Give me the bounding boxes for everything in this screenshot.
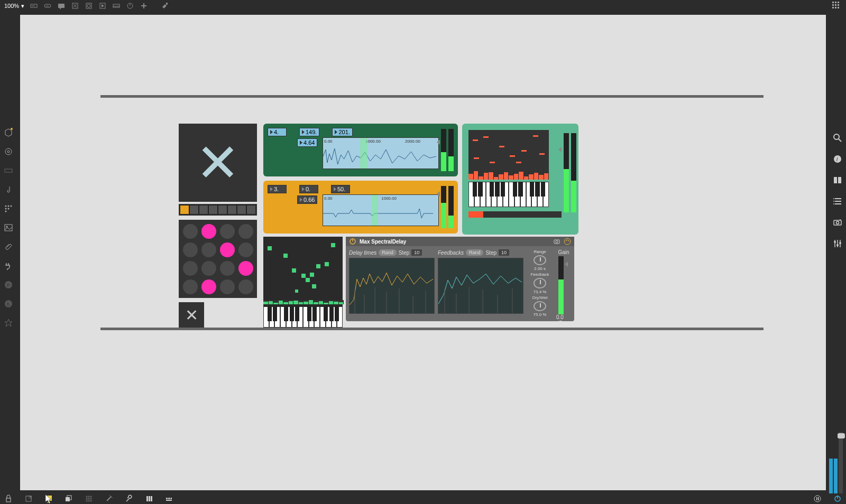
step-value[interactable]: 10 [411, 249, 422, 256]
palette-cell-6[interactable] [237, 205, 246, 214]
dot[interactable] [238, 242, 253, 257]
progress-bar[interactable] [468, 211, 562, 218]
dot[interactable] [201, 242, 216, 257]
wrench-icon[interactable] [125, 494, 133, 503]
columns-icon[interactable] [833, 175, 842, 185]
palette-cell-5[interactable] [227, 205, 237, 214]
dot[interactable] [220, 279, 235, 294]
note-icon[interactable] [4, 185, 13, 194]
numbox-4[interactable]: 0.66 [297, 195, 317, 204]
velocity-bar[interactable] [468, 171, 549, 180]
step-dot-grid[interactable] [179, 220, 257, 298]
list-icon[interactable] [833, 197, 842, 206]
range-knob[interactable] [534, 255, 546, 265]
star-icon[interactable] [4, 318, 13, 328]
piano-keyboard[interactable] [468, 182, 549, 207]
dot[interactable] [201, 224, 216, 239]
image-icon[interactable] [4, 223, 13, 232]
palette-cell-1[interactable] [189, 205, 199, 214]
palette-cell-2[interactable] [199, 205, 208, 214]
drywet-knob[interactable] [534, 301, 546, 311]
dot[interactable] [183, 261, 198, 276]
palette-cell-7[interactable] [246, 205, 256, 214]
search-icon[interactable] [833, 133, 842, 143]
plug-icon[interactable] [4, 261, 13, 270]
slider-arrow-icon[interactable] [437, 191, 440, 197]
snapshot-camera-icon[interactable] [833, 218, 842, 227]
number-play-icon[interactable] [98, 2, 107, 10]
zoom-dropdown[interactable]: 100% ▾ [4, 3, 24, 10]
dot[interactable] [238, 224, 253, 239]
toggle-x-module[interactable]: ✕ [179, 124, 257, 202]
package-icon[interactable] [4, 128, 13, 137]
power-icon[interactable] [349, 238, 356, 245]
float-icon[interactable] [112, 2, 121, 10]
p-circle-icon[interactable]: P [4, 280, 13, 290]
numbox-1[interactable]: 3. [268, 185, 287, 193]
numbox-1[interactable]: 4. [268, 128, 287, 136]
numbox-2[interactable]: 149. [299, 128, 319, 136]
snapshot-icon[interactable] [553, 238, 560, 245]
grid-menu-icon[interactable] [831, 1, 842, 11]
wand-icon[interactable] [105, 494, 113, 503]
numbox-2[interactable]: 0. [299, 185, 318, 193]
delay-spectrum-display[interactable] [349, 258, 435, 314]
step-velocity-bar[interactable] [263, 300, 344, 304]
new-window-icon[interactable] [24, 494, 33, 503]
dots-grid-icon[interactable] [4, 204, 13, 213]
rand-button[interactable]: Rand [466, 249, 484, 256]
sliders-icon[interactable] [833, 239, 842, 248]
presentation-icon[interactable] [44, 494, 53, 503]
rand-button[interactable]: Rand [379, 249, 397, 256]
numbox-3[interactable]: 50. [331, 185, 350, 193]
slider-arrow-icon[interactable] [558, 147, 562, 152]
dot[interactable] [201, 279, 216, 294]
keyboard-outline-icon[interactable] [4, 166, 13, 175]
small-toggle-x[interactable]: ✕ [179, 302, 204, 328]
info-icon[interactable]: i [833, 154, 842, 164]
output-volume-slider[interactable] [839, 432, 843, 501]
pause-icon[interactable] [813, 494, 822, 503]
paint-icon[interactable] [161, 2, 169, 10]
target-icon[interactable] [4, 147, 13, 156]
dot[interactable] [220, 242, 235, 257]
numbox-4[interactable]: 4.64 [297, 138, 317, 147]
waveform-selection[interactable] [360, 138, 367, 169]
dial-clock-icon[interactable] [126, 2, 134, 10]
lock-icon[interactable] [4, 494, 13, 503]
keyboard-icon[interactable] [165, 494, 173, 503]
patcher-canvas[interactable]: ✕ ✕ 4. 149. 201. [20, 15, 826, 490]
b-circle-icon[interactable]: b [4, 299, 13, 309]
feedback-spectrum-display[interactable] [438, 258, 523, 314]
dot[interactable] [220, 261, 235, 276]
dot[interactable] [238, 261, 253, 276]
toggle-x-icon[interactable] [71, 2, 79, 10]
slider-arrow-icon[interactable] [565, 262, 568, 267]
dot[interactable] [238, 279, 253, 294]
numbox-3[interactable]: 201. [332, 128, 352, 136]
power-icon[interactable] [833, 494, 842, 503]
dot[interactable] [183, 224, 198, 239]
layers-icon[interactable] [65, 494, 73, 503]
object-icon[interactable] [30, 2, 38, 10]
dot[interactable] [201, 261, 216, 276]
waveform-display[interactable]: 0.00 1000.00 2000.00 [323, 137, 439, 169]
bang-icon[interactable] [85, 2, 93, 10]
waveform-selection[interactable] [372, 195, 378, 226]
slider-arrow-icon[interactable] [437, 139, 440, 145]
grid-snap-icon[interactable] [85, 494, 93, 503]
bars-icon[interactable] [145, 494, 153, 503]
note-grid[interactable] [468, 130, 549, 171]
dot[interactable] [183, 279, 198, 294]
palette-cell-0[interactable] [180, 205, 189, 214]
palette-cell-3[interactable] [208, 205, 218, 214]
piano-keyboard[interactable] [263, 306, 343, 328]
add-icon[interactable] [140, 2, 148, 10]
step-value[interactable]: 10 [499, 249, 509, 256]
step-grid[interactable] [263, 237, 343, 300]
palette-strip[interactable] [179, 204, 257, 216]
slider-thumb[interactable] [838, 433, 845, 438]
paperclip-icon[interactable] [4, 242, 13, 251]
dot[interactable] [183, 242, 198, 257]
feedback-knob[interactable] [534, 278, 546, 288]
